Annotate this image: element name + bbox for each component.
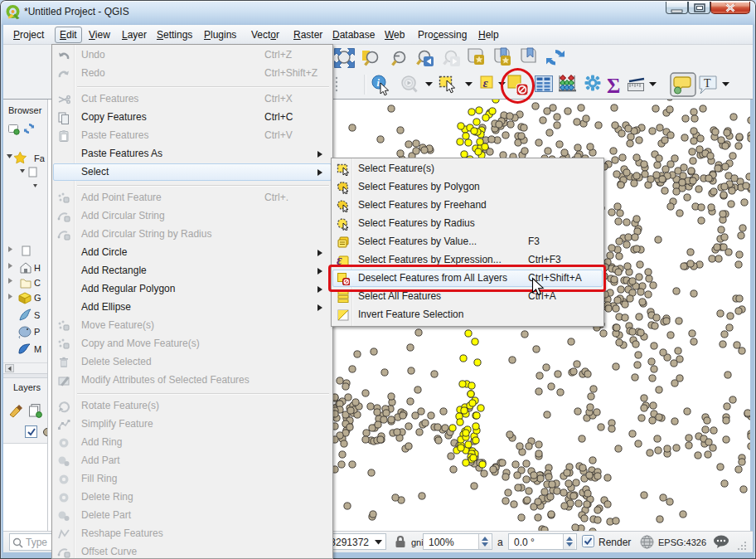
svg-text:ε: ε bbox=[483, 76, 489, 90]
svg-text:Fa: Fa bbox=[34, 153, 46, 163]
svg-text:T: T bbox=[704, 77, 711, 90]
svg-text:S: S bbox=[34, 310, 40, 320]
svg-text:M: M bbox=[34, 344, 41, 354]
svg-text:C: C bbox=[34, 278, 41, 288]
svg-text:G: G bbox=[34, 293, 41, 303]
svg-text:P: P bbox=[34, 327, 40, 337]
svg-text:H: H bbox=[34, 263, 41, 273]
svg-text:Σ: Σ bbox=[607, 75, 620, 97]
